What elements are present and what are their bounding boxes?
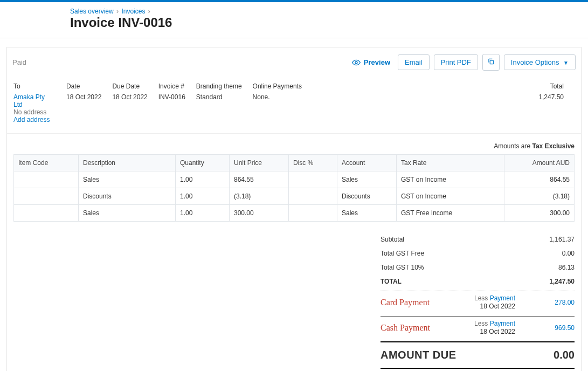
cell-amount: 864.55 — [504, 171, 575, 188]
cell-account: Sales — [337, 171, 397, 188]
col-tax-rate: Tax Rate — [397, 155, 504, 171]
invoice-options-label: Invoice Options — [511, 58, 559, 66]
table-row: Sales1.00300.00SalesGST Free Income300.0… — [14, 205, 575, 222]
cell-item_code — [14, 171, 79, 188]
customer-link[interactable]: Amaka Pty Ltd — [13, 93, 45, 108]
cell-account: Sales — [337, 205, 397, 222]
breadcrumb-invoices[interactable]: Invoices — [121, 8, 145, 15]
cell-quantity: 1.00 — [176, 188, 230, 205]
date-value: 18 Oct 2022 — [66, 93, 101, 101]
table-row: Discounts1.00(3.18)DiscountsGST on Incom… — [14, 188, 575, 205]
cell-amount: 300.00 — [504, 205, 575, 222]
cell-description: Sales — [79, 171, 176, 188]
payment-amount[interactable]: 278.00 — [515, 299, 575, 306]
copy-icon — [487, 58, 495, 65]
to-label: To — [13, 83, 56, 93]
due-date-label: Due Date — [112, 83, 147, 93]
gst-free-label: Total GST Free — [381, 250, 424, 257]
gst-value: 86.13 — [515, 264, 575, 271]
cell-unit_price: (3.18) — [230, 188, 289, 205]
payment-date: 18 Oct 2022 — [480, 328, 515, 335]
cell-item_code — [14, 205, 79, 222]
cell-tax_rate: GST Free Income — [397, 205, 504, 222]
invoice-no-label: Invoice # — [158, 83, 185, 93]
cell-item_code — [14, 188, 79, 205]
header-total-label: Total — [538, 83, 564, 93]
total-value: 1,247.50 — [515, 278, 575, 285]
payment-annotation: Card Payment — [381, 298, 430, 307]
less-label: Less — [474, 294, 490, 302]
branding-label: Branding theme — [196, 83, 242, 93]
cell-account: Discounts — [337, 188, 397, 205]
col-disc: Disc % — [289, 155, 337, 171]
svg-point-0 — [355, 61, 357, 64]
branding-value: Standard — [196, 93, 242, 101]
print-pdf-button[interactable]: Print PDF — [434, 54, 478, 70]
online-payments-label: Online Payments — [253, 83, 302, 93]
amount-due-label: AMOUNT DUE — [381, 349, 456, 361]
svg-rect-1 — [490, 60, 493, 64]
line-items-table: Item Code Description Quantity Unit Pric… — [13, 154, 575, 222]
add-address-link[interactable]: Add address — [13, 116, 50, 123]
invoice-no-value: INV-0016 — [158, 93, 185, 101]
online-payments-value: None. — [253, 93, 302, 101]
cell-description: Discounts — [79, 188, 176, 205]
invoice-header-info: To Amaka Pty Ltd No address Add address … — [7, 77, 581, 134]
header-total-value: 1,247.50 — [538, 93, 564, 101]
gst-free-value: 0.00 — [515, 250, 575, 257]
cell-tax_rate: GST on Income — [397, 171, 504, 188]
table-row: Sales1.00864.55SalesGST on Income864.55 — [14, 171, 575, 188]
cell-unit_price: 300.00 — [230, 205, 289, 222]
col-account: Account — [337, 155, 397, 171]
cell-description: Sales — [79, 205, 176, 222]
no-address-text: No address — [13, 108, 56, 116]
invoice-status: Paid — [12, 58, 26, 66]
invoice-options-button[interactable]: Invoice Options ▼ — [504, 54, 576, 70]
gst-label: Total GST 10% — [381, 264, 424, 271]
subtotal-value: 1,161.37 — [515, 236, 575, 243]
amounts-are-note: Amounts are Tax Exclusive — [7, 134, 581, 154]
payment-date: 18 Oct 2022 — [480, 303, 515, 310]
cell-disc — [289, 188, 337, 205]
cell-tax_rate: GST on Income — [397, 188, 504, 205]
col-description: Description — [79, 155, 176, 171]
preview-link[interactable]: Preview — [352, 58, 390, 67]
cell-disc — [289, 205, 337, 222]
page-title: Invoice INV-0016 — [0, 15, 588, 38]
cell-quantity: 1.00 — [176, 171, 230, 188]
payment-row: Cash PaymentLess Payment18 Oct 2022969.5… — [381, 319, 575, 339]
col-amount: Amount AUD — [504, 155, 575, 171]
breadcrumb-sep: › — [116, 8, 119, 15]
cell-amount: (3.18) — [504, 188, 575, 205]
payment-annotation: Cash Payment — [381, 323, 430, 333]
copy-button[interactable] — [482, 54, 500, 71]
date-label: Date — [66, 83, 101, 93]
breadcrumb: Sales overview › Invoices › — [0, 2, 588, 15]
payment-row: Card PaymentLess Payment18 Oct 2022278.0… — [381, 293, 575, 314]
preview-label: Preview — [364, 58, 390, 66]
totals-block: Subtotal 1,161.37 Total GST Free 0.00 To… — [381, 232, 575, 369]
breadcrumb-sep: › — [148, 8, 150, 15]
less-label: Less — [474, 320, 490, 327]
breadcrumb-sales-overview[interactable]: Sales overview — [70, 8, 114, 15]
eye-icon — [352, 58, 361, 67]
cell-quantity: 1.00 — [176, 205, 230, 222]
due-date-value: 18 Oct 2022 — [112, 93, 147, 101]
total-label: TOTAL — [381, 278, 402, 285]
payment-amount[interactable]: 969.50 — [515, 324, 575, 332]
amount-due-value: 0.00 — [554, 349, 575, 361]
subtotal-label: Subtotal — [381, 236, 404, 243]
email-button[interactable]: Email — [398, 54, 430, 70]
col-quantity: Quantity — [176, 155, 230, 171]
chevron-down-icon: ▼ — [563, 60, 569, 66]
col-unit-price: Unit Price — [230, 155, 289, 171]
payment-link[interactable]: Payment — [490, 320, 515, 327]
col-item-code: Item Code — [14, 155, 79, 171]
cell-disc — [289, 171, 337, 188]
payment-link[interactable]: Payment — [490, 294, 515, 302]
cell-unit_price: 864.55 — [230, 171, 289, 188]
